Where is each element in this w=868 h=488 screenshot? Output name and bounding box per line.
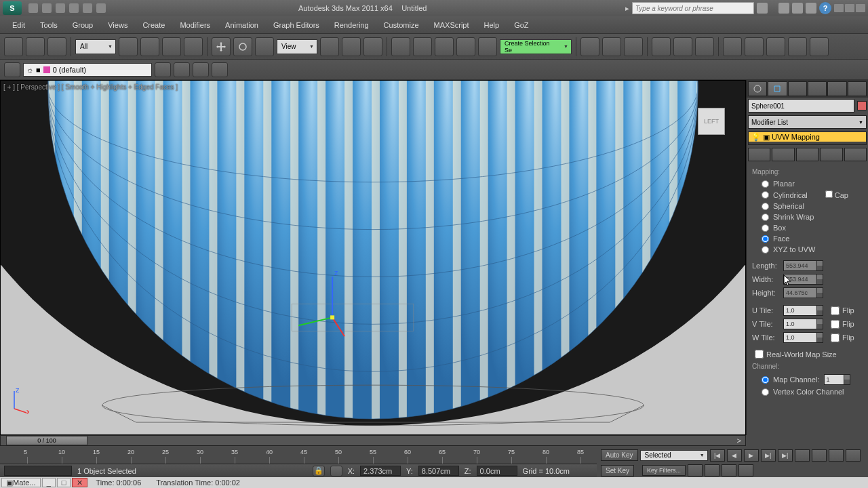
material-editor-icon[interactable]: [695, 37, 714, 56]
angle-snap-icon[interactable]: [413, 37, 432, 56]
vtile-spinner[interactable]: 1.0: [783, 319, 817, 329]
comm-icon[interactable]: [778, 3, 789, 14]
menu-views[interactable]: Views: [101, 18, 134, 32]
help-icon[interactable]: ?: [819, 2, 831, 14]
menu-goz[interactable]: GoZ: [507, 18, 535, 32]
move-icon[interactable]: [212, 37, 231, 56]
menu-tools[interactable]: Tools: [33, 18, 64, 32]
unique-icon[interactable]: [796, 148, 818, 161]
manip-icon[interactable]: [342, 37, 361, 56]
task-material-editor[interactable]: ▣ Mate...: [1, 478, 41, 487]
z-input[interactable]: 0.0cm: [477, 466, 517, 476]
layer-sel-icon[interactable]: [193, 62, 209, 77]
wtile-flip-checkbox[interactable]: [831, 333, 840, 342]
abs-icon[interactable]: [330, 466, 342, 476]
menu-create[interactable]: Create: [136, 18, 172, 32]
y-input[interactable]: 8.507cm: [418, 466, 459, 476]
length-spinner[interactable]: 553.944: [783, 260, 817, 271]
maptype-face-radio[interactable]: [762, 235, 769, 243]
unlink-icon[interactable]: [26, 37, 45, 56]
select-window-icon[interactable]: [184, 37, 203, 56]
play-icon[interactable]: ▶: [744, 449, 759, 462]
nav3-icon[interactable]: [829, 449, 844, 462]
x-input[interactable]: 2.373cm: [360, 466, 401, 476]
mapchannel-spinner[interactable]: 1: [824, 374, 844, 385]
modify-tab[interactable]: [768, 81, 787, 96]
nav4-icon[interactable]: [846, 449, 861, 462]
utile-spinner[interactable]: 1.0: [783, 305, 817, 316]
object-color-swatch[interactable]: [857, 101, 867, 110]
minimize-icon[interactable]: [834, 4, 844, 12]
maptype-spherical-radio[interactable]: [762, 203, 769, 210]
create-tab[interactable]: [748, 81, 767, 96]
render-frame-icon[interactable]: [745, 37, 764, 56]
layer-add-icon[interactable]: [174, 62, 190, 77]
bind-icon[interactable]: [47, 37, 66, 56]
slider-thumb[interactable]: 0 / 100: [6, 436, 87, 445]
render-icon[interactable]: [766, 37, 785, 56]
search-input[interactable]: [632, 2, 754, 14]
align-icon[interactable]: [602, 37, 621, 56]
goto-start-icon[interactable]: |◀: [710, 449, 725, 462]
goto-end-icon[interactable]: ▶|: [778, 449, 793, 462]
select-rect-icon[interactable]: [162, 37, 181, 56]
search-go-icon[interactable]: [757, 3, 768, 14]
layers-icon[interactable]: [624, 37, 643, 56]
schematic-icon[interactable]: [673, 37, 692, 56]
mapchannel-radio[interactable]: [762, 376, 769, 384]
realworld-checkbox[interactable]: [755, 350, 764, 359]
close-icon[interactable]: [856, 4, 865, 12]
viewcube[interactable]: LEFT: [698, 108, 725, 135]
qat-open-icon[interactable]: [42, 3, 52, 13]
app-icon[interactable]: S: [3, 1, 22, 15]
height-spinner[interactable]: 44.675c: [783, 287, 817, 298]
pivot-icon[interactable]: [320, 37, 339, 56]
qat-new-icon[interactable]: [28, 3, 38, 13]
rotate-icon[interactable]: [233, 37, 252, 56]
cap-checkbox[interactable]: [825, 190, 833, 198]
menu-graph editors[interactable]: Graph Editors: [267, 18, 326, 32]
layer-hide-icon[interactable]: [212, 62, 228, 77]
menu-maxscript[interactable]: MAXScript: [427, 18, 476, 32]
qat-redo-icon[interactable]: [83, 3, 92, 13]
fav-icon[interactable]: [806, 3, 816, 14]
modifier-list-dropdown[interactable]: Modifier List: [748, 115, 867, 129]
maptype-shrinkwrap-radio[interactable]: [762, 214, 769, 221]
vertexcolor-radio[interactable]: [762, 388, 769, 396]
layer-new-icon[interactable]: [155, 62, 171, 77]
spinner-snap-icon[interactable]: [456, 37, 475, 56]
mirror-icon[interactable]: [580, 37, 599, 56]
autokey-button[interactable]: Auto Key: [601, 449, 638, 461]
teapot-icon[interactable]: [810, 37, 829, 56]
select-icon[interactable]: [119, 37, 138, 56]
nav2-icon[interactable]: [812, 449, 827, 462]
render-prod-icon[interactable]: [788, 37, 807, 56]
maptype-xyztouvw-radio[interactable]: [762, 246, 769, 253]
menu-customize[interactable]: Customize: [377, 18, 426, 32]
layer-manager-icon[interactable]: [4, 62, 20, 77]
pin-stack-icon[interactable]: [748, 148, 770, 161]
viewport-label[interactable]: [ + ] [ Perspective ] [ Smooth + Highlig…: [3, 83, 178, 91]
nav6-icon[interactable]: [705, 464, 719, 476]
link-icon[interactable]: [4, 37, 23, 56]
maptype-box-radio[interactable]: [762, 224, 769, 232]
object-name-input[interactable]: Sphere001: [748, 99, 854, 113]
next-frame-icon[interactable]: ▶|: [761, 449, 776, 462]
scale-icon[interactable]: [255, 37, 274, 56]
named-selset-dropdown[interactable]: Create Selection Se: [500, 39, 572, 54]
time-slider[interactable]: 0 / 100 >: [0, 435, 746, 446]
task-btn-min[interactable]: _: [42, 478, 56, 487]
wtile-spinner[interactable]: 1.0: [783, 332, 817, 343]
utilities-tab[interactable]: [848, 81, 867, 96]
nav1-icon[interactable]: [795, 449, 810, 462]
menu-group[interactable]: Group: [66, 18, 100, 32]
snap-icon[interactable]: [391, 37, 410, 56]
remove-icon[interactable]: [820, 148, 842, 161]
qat-more-icon[interactable]: [96, 3, 106, 13]
curve-editor-icon[interactable]: [652, 37, 671, 56]
modifier-stack[interactable]: 💡▣UVW Mapping: [748, 131, 867, 145]
ref-coord-dropdown[interactable]: View: [277, 39, 317, 54]
keyfilters-button[interactable]: Key Filters...: [642, 465, 686, 476]
menu-animation[interactable]: Animation: [218, 18, 265, 32]
menu-help[interactable]: Help: [477, 18, 507, 32]
